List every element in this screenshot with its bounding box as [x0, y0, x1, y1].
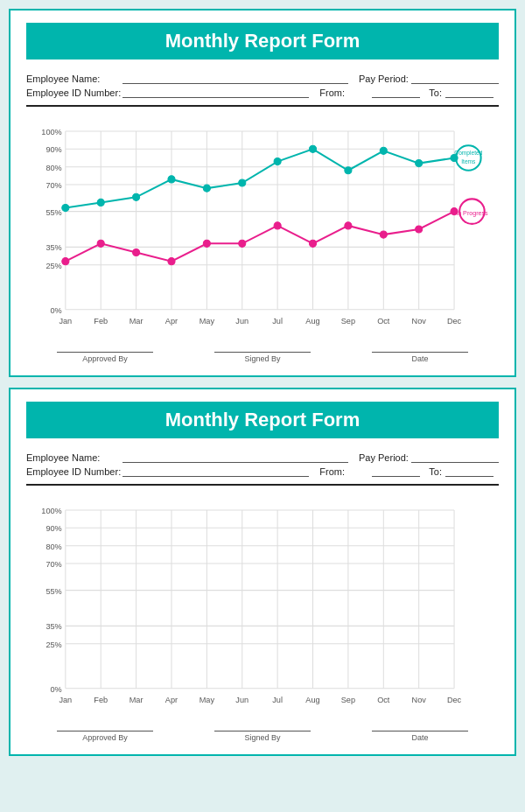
date-label: Date	[411, 354, 428, 363]
form-fields: Employee Name: Pay Period: Employee ID N…	[26, 452, 499, 477]
svg-text:Completed: Completed	[454, 150, 482, 157]
svg-point-43	[168, 176, 175, 183]
svg-point-48	[345, 167, 352, 174]
svg-point-42	[133, 193, 140, 200]
svg-text:Items: Items	[461, 158, 476, 164]
svg-point-59	[309, 240, 316, 247]
report-card-1: Monthly Report Form Employee Name: Pay P…	[9, 9, 516, 377]
divider	[26, 484, 499, 486]
to-label: To:	[429, 466, 442, 477]
svg-text:In Progress: In Progress	[456, 210, 488, 217]
svg-point-53	[97, 240, 104, 247]
svg-point-44	[203, 185, 210, 192]
date-block: Date	[372, 352, 468, 363]
svg-text:80%: 80%	[46, 164, 61, 172]
svg-text:Dec: Dec	[447, 696, 462, 704]
svg-text:Sep: Sep	[341, 696, 355, 704]
svg-text:55%: 55%	[46, 208, 61, 217]
employee-name-line[interactable]	[122, 74, 348, 84]
from-line[interactable]	[372, 88, 420, 98]
date-line	[372, 731, 468, 732]
svg-point-49	[380, 147, 387, 154]
svg-text:May: May	[200, 317, 215, 326]
svg-point-61	[380, 231, 387, 238]
to-line[interactable]	[445, 466, 494, 477]
signed-by-label: Signed By	[244, 354, 280, 363]
svg-text:Jul: Jul	[272, 696, 283, 704]
svg-point-55	[168, 258, 175, 265]
svg-text:70%: 70%	[46, 560, 61, 569]
chart-container: 0%25%35%55%70%80%90%100% JanFebMarAprMay…	[26, 116, 499, 343]
svg-text:Sep: Sep	[341, 317, 355, 326]
svg-text:Apr: Apr	[165, 317, 178, 326]
date-line	[372, 352, 468, 353]
employee-name-row: Employee Name: Pay Period:	[26, 452, 499, 463]
svg-text:Jun: Jun	[235, 317, 248, 326]
svg-text:90%: 90%	[46, 145, 61, 154]
form-fields: Employee Name: Pay Period: Employee ID N…	[26, 74, 499, 98]
svg-text:Jan: Jan	[59, 317, 72, 326]
from-label: From:	[319, 88, 372, 98]
employee-id-line[interactable]	[122, 466, 309, 477]
svg-text:55%: 55%	[46, 587, 61, 596]
to-label: To:	[429, 88, 442, 98]
svg-text:Mar: Mar	[130, 317, 144, 326]
svg-text:0%: 0%	[51, 306, 62, 315]
svg-point-50	[416, 160, 423, 167]
svg-text:100%: 100%	[41, 507, 61, 515]
to-line[interactable]	[445, 88, 494, 98]
svg-text:90%: 90%	[46, 524, 61, 533]
svg-point-52	[62, 258, 69, 265]
signed-by-line	[214, 731, 311, 732]
employee-id-row: Employee ID Number: From: To:	[26, 466, 499, 477]
svg-point-62	[416, 226, 423, 233]
svg-text:Aug: Aug	[305, 696, 319, 704]
svg-text:Jul: Jul	[272, 317, 283, 326]
approved-by-label: Approved By	[82, 354, 128, 363]
pay-period-label: Pay Period:	[359, 452, 411, 463]
svg-point-41	[97, 199, 104, 206]
svg-text:Jan: Jan	[59, 696, 72, 704]
svg-text:80%: 80%	[46, 542, 61, 551]
divider	[26, 105, 499, 107]
svg-point-47	[309, 145, 316, 152]
signed-by-line	[214, 352, 311, 353]
svg-text:Oct: Oct	[377, 696, 390, 704]
pay-period-line[interactable]	[411, 74, 499, 84]
pay-period-line[interactable]	[411, 452, 499, 463]
svg-text:100%: 100%	[41, 128, 61, 136]
svg-point-45	[239, 179, 246, 186]
employee-name-row: Employee Name: Pay Period:	[26, 74, 499, 84]
svg-text:May: May	[200, 696, 215, 704]
svg-text:Dec: Dec	[447, 317, 462, 326]
report-title: Monthly Report Form	[26, 402, 499, 438]
approved-by-line	[57, 352, 153, 353]
from-line[interactable]	[372, 466, 420, 477]
pay-period-label: Pay Period:	[359, 74, 411, 84]
from-label: From:	[319, 466, 372, 477]
chart-container: 0%25%35%55%70%80%90%100% JanFebMarAprMay…	[26, 494, 499, 722]
signature-row: Approved By Signed By Date	[26, 352, 499, 363]
signed-by-block: Signed By	[214, 731, 311, 742]
date-label: Date	[411, 733, 428, 742]
svg-text:Aug: Aug	[305, 317, 319, 326]
approved-by-block: Approved By	[57, 352, 153, 363]
employee-id-line[interactable]	[122, 88, 309, 98]
svg-point-58	[274, 222, 281, 229]
report-card-2: Monthly Report Form Employee Name: Pay P…	[9, 388, 516, 756]
svg-text:Mar: Mar	[130, 696, 144, 704]
svg-text:0%: 0%	[51, 685, 62, 694]
employee-name-line[interactable]	[122, 452, 348, 463]
report-title: Monthly Report Form	[26, 23, 499, 60]
svg-text:Feb: Feb	[94, 317, 108, 326]
svg-text:Nov: Nov	[412, 317, 427, 326]
approved-by-block: Approved By	[57, 731, 153, 742]
svg-text:70%: 70%	[46, 181, 61, 190]
svg-text:Apr: Apr	[165, 696, 178, 704]
employee-id-row: Employee ID Number: From: To:	[26, 88, 499, 98]
svg-point-40	[62, 204, 69, 211]
svg-text:Jun: Jun	[235, 696, 248, 704]
svg-point-60	[345, 222, 352, 229]
svg-text:Oct: Oct	[377, 317, 390, 326]
svg-text:25%: 25%	[46, 640, 61, 649]
